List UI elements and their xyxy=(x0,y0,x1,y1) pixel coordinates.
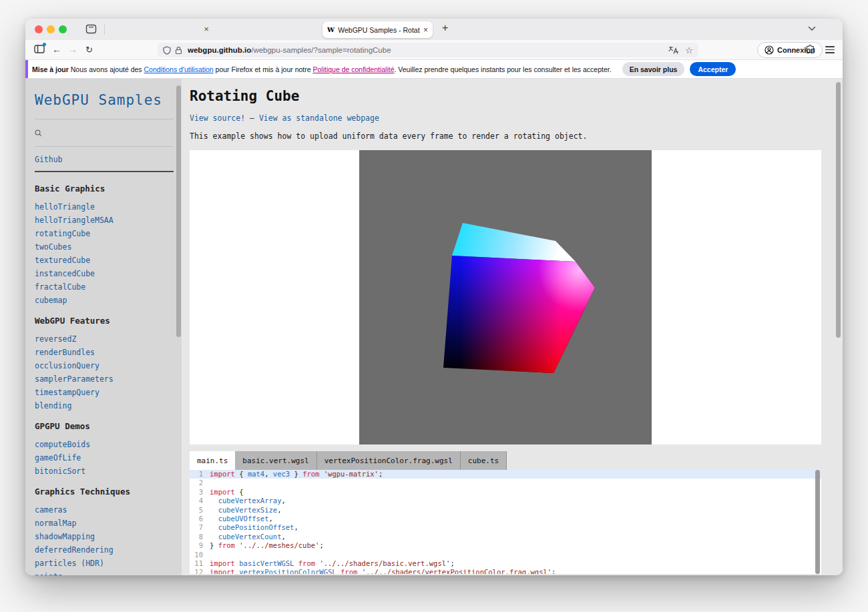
sidebar: WebGPU Samples Github Basic Graphicshell… xyxy=(25,79,182,575)
github-link[interactable]: Github xyxy=(35,155,182,164)
sidebar-item-gameOfLife[interactable]: gameOfLife xyxy=(35,454,182,462)
search-row xyxy=(35,119,182,146)
code-line: 1import { mat4, vec3 } from 'wgpu-matrix… xyxy=(190,470,821,479)
code-line: 12import vertexPositionColorWGSL from '.… xyxy=(190,568,821,574)
canvas-band xyxy=(190,150,821,444)
bookmark-star-icon[interactable]: ☆ xyxy=(685,45,693,55)
code-tab-basic-vert-wgsl[interactable]: basic.vert.wgsl xyxy=(235,451,316,470)
sidebar-toggle-icon[interactable] xyxy=(34,45,45,53)
webgpu-favicon-icon: W xyxy=(327,26,335,33)
sample-description: This example shows how to upload uniform… xyxy=(190,131,843,141)
sidebar-item-blending[interactable]: blending xyxy=(35,402,182,410)
sidebar-item-deferredRendering[interactable]: deferredRendering xyxy=(35,547,182,554)
back-button[interactable]: ← xyxy=(52,44,61,55)
url-bar[interactable]: webgpu.github.io/webgpu-samples/?sample=… xyxy=(158,43,698,57)
sidebar-item-computeBoids[interactable]: computeBoids xyxy=(35,441,182,448)
accept-button[interactable]: Accepter xyxy=(690,62,736,76)
sidebar-section-header: Basic Graphics xyxy=(35,184,182,194)
sidebar-divider xyxy=(35,146,174,147)
code-line: 2 xyxy=(190,479,821,487)
notification-text: Mise à jour Nous avons ajouté des Condit… xyxy=(32,65,612,73)
list-tabs-chevron-icon[interactable] xyxy=(808,26,816,31)
line-number: 8 xyxy=(190,533,210,541)
view-source-link[interactable]: View source! xyxy=(190,113,245,123)
line-number: 4 xyxy=(190,497,210,505)
line-number: 5 xyxy=(190,506,210,515)
code-line: 11import basicVertWGSL from '../../shade… xyxy=(190,559,821,568)
privacy-link[interactable]: Politique de confidentialité xyxy=(312,65,394,73)
notification-dot xyxy=(43,43,46,46)
sidebar-item-timestampQuery[interactable]: timestampQuery xyxy=(35,389,182,396)
line-number: 2 xyxy=(190,479,210,487)
sidebar-scrollbar[interactable] xyxy=(176,85,181,337)
sidebar-item-texturedCube[interactable]: texturedCube xyxy=(35,257,182,264)
shield-icon[interactable] xyxy=(163,46,171,55)
code-panel[interactable]: 1import { mat4, vec3 } from 'wgpu-matrix… xyxy=(190,470,821,574)
notification-prefix: Mise à jour xyxy=(32,65,69,73)
page-content: WebGPU Samples Github Basic Graphicshell… xyxy=(25,79,843,575)
notification-accent xyxy=(25,60,28,78)
sidebar-item-instancedCube[interactable]: instancedCube xyxy=(35,270,182,278)
sidebar-section-header: Graphics Techniques xyxy=(35,487,182,497)
site-title[interactable]: WebGPU Samples xyxy=(35,92,182,108)
standalone-link[interactable]: View as standalone webpage xyxy=(259,113,379,123)
extensions-icon[interactable] xyxy=(805,45,815,55)
code-tab-cube-ts[interactable]: cube.ts xyxy=(461,451,507,470)
close-tab-icon[interactable]: × xyxy=(423,25,428,35)
sidebar-item-cubemap[interactable]: cubemap xyxy=(35,297,182,304)
code-tab-main-ts[interactable]: main.ts xyxy=(190,451,235,470)
code-line: 8 cubeVertexCount, xyxy=(190,533,821,541)
sidebar-item-renderBundles[interactable]: renderBundles xyxy=(35,349,182,356)
browser-window: × W WebGPU Samples - Rotating Cu × + ← →… xyxy=(25,19,843,575)
search-icon xyxy=(35,129,42,137)
code-line: 4 cubeVertexArray, xyxy=(190,497,821,505)
reload-button[interactable]: ↻ xyxy=(85,45,93,55)
page-scrollbar[interactable] xyxy=(836,82,841,338)
sidebar-item-fractalCube[interactable]: fractalCube xyxy=(35,284,182,291)
notification-bar: Mise à jour Nous avons ajouté des Condit… xyxy=(25,60,843,79)
tab-webgpu-samples[interactable]: W WebGPU Samples - Rotating Cu × xyxy=(322,21,433,38)
notification-text-3: . Veuillez prendre quelques instants pou… xyxy=(395,65,612,73)
sidebar-item-shadowMapping[interactable]: shadowMapping xyxy=(35,533,182,541)
sidebar-item-points[interactable]: points xyxy=(35,573,182,575)
code-scrollbar[interactable] xyxy=(815,470,820,574)
minimize-window-button[interactable] xyxy=(47,25,55,33)
sidebar-item-rotatingCube[interactable]: rotatingCube xyxy=(35,230,182,238)
sidebar-item-reversedZ[interactable]: reversedZ xyxy=(35,336,182,343)
new-tab-button[interactable]: + xyxy=(442,22,448,34)
lock-icon[interactable] xyxy=(175,46,182,55)
background-tab-close-icon[interactable]: × xyxy=(201,24,212,34)
line-number: 11 xyxy=(190,559,210,568)
sidebar-item-helloTriangle[interactable]: helloTriangle xyxy=(35,204,182,211)
line-number: 3 xyxy=(190,488,210,497)
sidebar-item-cameras[interactable]: cameras xyxy=(35,507,182,514)
sidebar-item-helloTriangleMSAA[interactable]: helloTriangleMSAA xyxy=(35,217,182,224)
sidebar-item-twoCubes[interactable]: twoCubes xyxy=(35,244,182,251)
menu-icon[interactable] xyxy=(825,46,835,53)
line-number: 10 xyxy=(190,551,210,559)
notification-text-2: pour Firefox et mis à jour notre xyxy=(214,65,313,73)
learn-more-button[interactable]: En savoir plus xyxy=(622,62,685,76)
url-text[interactable]: webgpu.github.io/webgpu-samples/?sample=… xyxy=(188,46,664,54)
zoom-window-button[interactable] xyxy=(59,25,67,33)
code-line: 10 xyxy=(190,551,821,559)
sidebar-item-normalMap[interactable]: normalMap xyxy=(35,520,182,527)
url-path: /webgpu-samples/?sample=rotatingCube xyxy=(251,46,391,54)
close-window-button[interactable] xyxy=(35,25,43,33)
code-tab-vertexPositionColor-frag-wgsl[interactable]: vertexPositionColor.frag.wgsl xyxy=(317,451,461,470)
sidebar-item-particles-HDR[interactable]: particles (HDR) xyxy=(35,560,182,567)
terms-link[interactable]: Conditions d'utilisation xyxy=(144,65,214,73)
code-line: 9} from '../../meshes/cube'; xyxy=(190,541,821,550)
webgpu-canvas[interactable] xyxy=(359,150,652,444)
sidebar-item-bitonicSort[interactable]: bitonicSort xyxy=(35,468,182,475)
forward-button[interactable]: → xyxy=(68,44,77,55)
firefox-view-icon[interactable] xyxy=(85,24,97,34)
translate-icon[interactable] xyxy=(668,46,678,54)
sidebar-item-occlusionQuery[interactable]: occlusionQuery xyxy=(35,362,182,370)
line-number: 9 xyxy=(190,541,210,550)
line-content: cubeUVOffset, xyxy=(210,515,273,523)
line-content: } from '../../meshes/cube'; xyxy=(210,541,324,550)
sidebar-item-samplerParameters[interactable]: samplerParameters xyxy=(35,376,182,383)
search-input[interactable] xyxy=(46,129,182,137)
url-domain: webgpu.github.io xyxy=(188,46,251,54)
